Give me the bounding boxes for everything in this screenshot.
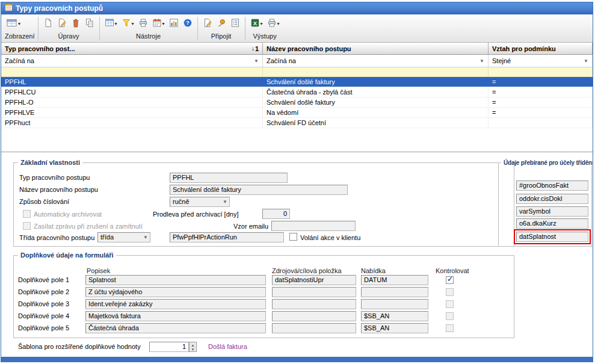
calendar-button[interactable]: ▾ xyxy=(150,17,167,31)
excel-export-button[interactable]: X▾ xyxy=(248,17,265,31)
sablona-number-input[interactable]: 1 xyxy=(149,342,189,352)
toolbar-group-nastroje: ▾ ▾ ▾ ? Nástroje xyxy=(102,15,196,42)
extra-zdroj-input[interactable] xyxy=(272,323,356,333)
extra-zdroj-input[interactable] xyxy=(272,311,356,321)
bar-chart-icon xyxy=(169,18,179,29)
column-header-vztah[interactable]: Vztah pro podmínku xyxy=(489,43,593,54)
sorting-field-input[interactable]: oddokr.cisDokl xyxy=(516,194,588,204)
kontrolovat-checkbox xyxy=(446,312,454,320)
extra-row-label: Doplňkové pole 4 xyxy=(18,312,69,320)
window-bottom-frame xyxy=(1,357,593,362)
cell-nazev: Schválení došlé faktury xyxy=(263,77,489,87)
quickfilter-typ-input[interactable] xyxy=(1,67,263,76)
extra-popisek-input[interactable]: Částečná úhrada xyxy=(85,323,266,333)
cell-nazev: Schválení došlé faktury xyxy=(263,97,489,107)
view-settings-button[interactable]: ▾ xyxy=(5,17,22,31)
edit-attachment-button[interactable] xyxy=(201,17,214,31)
app-window: Typy pracovních postupů ▾ Zobrazení Úpra… xyxy=(1,2,593,362)
column-header-nazev[interactable]: Název pracovního postupu xyxy=(263,43,489,54)
sorting-field-input[interactable]: #grooObnosFakt xyxy=(516,180,588,191)
sorting-field-input[interactable]: varSymbol xyxy=(516,206,588,217)
cell-nazev: Na vědomí xyxy=(263,108,489,117)
table-row[interactable]: PPFHL Schválení došlé faktury = xyxy=(1,77,593,87)
nazev-label: Název pracovního postupu xyxy=(19,186,98,194)
cell-nazev: Částečná úhrada - zbylá část xyxy=(263,87,489,97)
pin-attachment-button[interactable] xyxy=(215,17,228,31)
extra-nabidka-input[interactable] xyxy=(361,287,428,297)
toolbar-group-label: Výstupy xyxy=(248,32,282,40)
chevron-down-icon: ▾ xyxy=(18,22,20,26)
typ-input[interactable]: PPFHL xyxy=(170,173,288,183)
toolbar-group-label: Zobrazení xyxy=(5,32,35,40)
extra-col-nabidka: Nabídka xyxy=(361,267,386,274)
kontrolovat-checkbox[interactable] xyxy=(446,276,454,284)
highlight-annotation-box xyxy=(514,229,591,244)
table-row[interactable]: PPFHLVE Na vědomí = xyxy=(1,108,593,118)
filter-operator-vztah[interactable]: Stejné▼ xyxy=(489,55,593,67)
quickfilter-nazev-input[interactable] xyxy=(263,67,489,76)
filter-operator-typ[interactable]: Začíná na▼ xyxy=(1,55,263,67)
prodleva-input[interactable]: 0 xyxy=(262,209,290,219)
extra-nabidka-input[interactable]: $SB_AN xyxy=(361,323,428,333)
table-row[interactable]: PPFhuct Schválení FD účetní xyxy=(1,118,593,128)
new-record-button[interactable] xyxy=(42,17,55,31)
trida-class-input[interactable]: PfwPpfHlPrActionRun xyxy=(170,232,284,242)
sablona-spinner-button[interactable]: ▴▾ xyxy=(189,342,197,352)
filter-button[interactable]: ▾ xyxy=(120,17,136,31)
nazev-input[interactable]: Schválení došlé faktury xyxy=(170,185,348,195)
extra-nabidka-input[interactable]: $SB_AN xyxy=(361,311,428,321)
extra-popisek-input[interactable]: Z účtu výdajového xyxy=(85,287,266,297)
trida-select[interactable]: třída▼ xyxy=(97,232,150,242)
edit-record-button[interactable] xyxy=(55,17,69,31)
cislovani-select[interactable]: ručně▼ xyxy=(170,197,230,207)
extra-zdroj-input[interactable] xyxy=(272,299,356,309)
extra-nabidka-input[interactable]: DATUM xyxy=(361,275,428,285)
toolbar-separator xyxy=(38,17,39,40)
title-bar: Typy pracovních postupů xyxy=(1,2,593,14)
toolbar-group-pripojit: Připojit xyxy=(200,15,243,42)
sorting-field-input[interactable]: o6a.dkaKurz xyxy=(516,218,588,229)
grid-quickfilter-row xyxy=(1,67,593,77)
table-row[interactable]: PPFHLCU Částečná úhrada - zbylá část = xyxy=(1,87,593,97)
archiv-label: Automaticky archivovat xyxy=(34,211,102,218)
column-header-typ[interactable]: Typ pracovního post... ↓1 xyxy=(1,43,263,54)
help-button[interactable]: ? xyxy=(181,17,194,31)
cell-vztah: = xyxy=(489,87,593,97)
extra-popisek-input[interactable]: Majetková faktura xyxy=(85,311,266,321)
extra-zdroj-input[interactable]: datSplatnostiUpr xyxy=(272,275,356,285)
summary-table-button[interactable]: ▾ xyxy=(103,17,119,31)
vzor-label: Vzor emailu xyxy=(233,223,268,230)
chevron-down-icon: ▾ xyxy=(277,22,280,26)
chevron-down-icon: ▾ xyxy=(115,22,117,26)
sablona-template-link[interactable]: Došlá faktura xyxy=(208,343,247,350)
vzor-input[interactable] xyxy=(271,221,356,231)
sablona-label: Šablona pro rozšířené doplňkové hodnoty xyxy=(18,343,141,351)
cell-nazev: Schválení FD účetní xyxy=(263,118,489,128)
extra-popisek-input[interactable]: Ident.veřejné zakázky xyxy=(85,299,266,309)
extra-col-popisek: Popisek xyxy=(87,267,110,274)
print-list-button[interactable] xyxy=(137,17,150,31)
kontrolovat-checkbox xyxy=(446,324,454,332)
view-icon xyxy=(7,18,17,29)
filter-operator-nazev[interactable]: Začíná na▼ xyxy=(263,55,489,67)
copy-record-button[interactable] xyxy=(83,17,96,31)
extra-nabidka-input[interactable] xyxy=(361,299,428,309)
extra-popisek-input[interactable]: Splatnost xyxy=(85,275,266,285)
help-icon: ? xyxy=(183,18,193,29)
analysis-chart-button[interactable] xyxy=(167,17,180,31)
delete-record-button[interactable] xyxy=(69,17,82,31)
pushpin-icon xyxy=(217,18,226,29)
chevron-down-icon: ▾ xyxy=(261,22,263,26)
toolbar-group-label: Nástroje xyxy=(103,32,194,40)
cell-vztah: = xyxy=(489,77,593,87)
extra-zdroj-input[interactable] xyxy=(272,287,356,297)
quickfilter-vztah-input[interactable] xyxy=(489,67,593,76)
volani-checkbox[interactable] xyxy=(289,233,297,241)
cell-typ: PPFHL-O xyxy=(1,97,263,107)
table-row[interactable]: PPFHL-O Schválení došlé faktury = xyxy=(1,97,593,108)
attachment-list-button[interactable] xyxy=(229,17,242,31)
print-output-button[interactable]: ▾ xyxy=(265,17,282,31)
window-title: Typy pracovních postupů xyxy=(16,4,103,13)
volani-label: Volání akce v klientu xyxy=(300,234,360,242)
table-icon xyxy=(105,18,114,29)
